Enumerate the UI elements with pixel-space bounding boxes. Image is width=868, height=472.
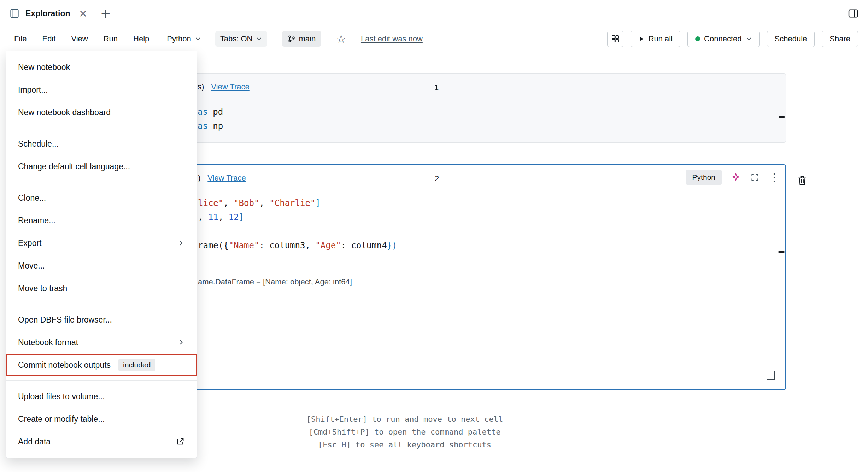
chevron-down-icon — [195, 36, 201, 42]
menu-item-notebook-format[interactable]: Notebook format — [6, 331, 197, 354]
tab-bar: Exploration × + — [0, 0, 868, 27]
close-tab-icon[interactable]: × — [79, 8, 88, 19]
file-menu: New notebookImport...New notebook dashbo… — [6, 51, 197, 458]
cell-resize-handle[interactable] — [779, 116, 785, 118]
schedule-button[interactable]: Schedule — [767, 31, 815, 47]
menu-item-add-data[interactable]: Add data — [6, 430, 197, 453]
menu-item-rename[interactable]: Rename... — [6, 209, 197, 232]
menu-divider — [6, 182, 197, 182]
menu-run[interactable]: Run — [104, 34, 118, 43]
notebook-cell-1[interactable]: s) View Trace 1 as pdas np — [177, 73, 786, 143]
menu-item-move[interactable]: Move... — [6, 254, 197, 277]
connected-status-dot — [695, 36, 700, 41]
submenu-chevron-icon — [178, 240, 185, 247]
run-all-label: Run all — [649, 34, 673, 43]
menu-item-import[interactable]: Import... — [6, 78, 197, 101]
language-selector[interactable]: Python — [167, 34, 201, 43]
menu-item-move-to-trash[interactable]: Move to trash — [6, 277, 197, 300]
notebook-icon — [9, 8, 20, 19]
delete-cell-button[interactable] — [794, 175, 810, 187]
menu-item-clone[interactable]: Clone... — [6, 187, 197, 209]
cell-duration-text: s) — [198, 82, 204, 92]
tab-title: Exploration — [25, 9, 70, 18]
code-editor[interactable]: as pdas np — [198, 105, 223, 133]
menu-item-label: Open DBFS file browser... — [18, 315, 112, 325]
notebook-toolbar: FileEditViewRunHelp Python Tabs: ON main… — [0, 27, 868, 51]
chevron-down-icon — [746, 36, 752, 42]
menu-edit[interactable]: Edit — [42, 34, 55, 43]
menu-item-label: Clone... — [18, 193, 46, 203]
notebook-cell-2[interactable]: ) View Trace 2 Python ⋮ lice", "Bob", "C… — [177, 164, 786, 390]
view-trace-link[interactable]: View Trace — [207, 173, 246, 183]
menu-divider — [6, 304, 197, 304]
cell-language-chip[interactable]: Python — [686, 170, 722, 185]
code-editor[interactable]: lice", "Bob", "Charlie"], 11, 12] rame({… — [198, 196, 397, 253]
menu-item-commit-notebook-outputs[interactable]: Commit notebook outputsincluded — [6, 354, 197, 376]
code-line: , 11, 12] — [198, 210, 397, 224]
expand-cell-icon[interactable] — [750, 172, 760, 182]
menu-item-label: New notebook dashboard — [18, 108, 111, 117]
menu-item-upload-files-to-volume[interactable]: Upload files to volume... — [6, 385, 197, 408]
toolbar-right: Run all Connected Schedule Share — [607, 31, 858, 47]
run-all-button[interactable]: Run all — [631, 31, 680, 47]
menu-item-label: Move... — [18, 261, 45, 271]
menu-item-label: Add data — [18, 437, 51, 447]
submenu-chevron-icon — [178, 339, 185, 346]
menu-item-label: Change default cell language... — [18, 162, 130, 171]
new-tab-button[interactable]: + — [98, 7, 113, 20]
code-line: as np — [198, 119, 223, 133]
execution-count: 1 — [434, 83, 439, 92]
menu-item-label: Import... — [18, 85, 48, 95]
menu-item-new-notebook[interactable]: New notebook — [6, 56, 197, 78]
menu-item-label: Notebook format — [18, 338, 78, 347]
code-line — [198, 224, 397, 238]
keyboard-hint: [Cmd+Shift+P] to open the command palett… — [306, 426, 503, 438]
code-line: rame({"Name": column3, "Age": column4}) — [198, 238, 397, 253]
assistant-sparkle-icon[interactable] — [731, 172, 741, 182]
right-panel-toggle-icon[interactable] — [848, 8, 859, 19]
menu-file[interactable]: File — [14, 34, 27, 43]
menu-item-create-or-modify-table[interactable]: Create or modify table... — [6, 408, 197, 430]
git-branch-icon — [288, 35, 295, 43]
trash-icon — [797, 175, 808, 186]
connected-label: Connected — [704, 34, 741, 43]
cell-duration-text: ) — [198, 173, 200, 183]
external-link-icon — [176, 437, 185, 446]
menu-item-label: Export — [18, 238, 41, 248]
view-trace-link[interactable]: View Trace — [211, 82, 249, 92]
menu-item-label: Commit notebook outputs — [18, 360, 111, 370]
menu-item-export[interactable]: Export — [6, 232, 197, 254]
menu-divider — [6, 380, 197, 381]
keyboard-hints: [Shift+Enter] to run and move to next ce… — [306, 413, 503, 451]
branch-name: main — [299, 34, 316, 43]
included-badge: included — [118, 359, 155, 371]
cell-controls: Python ⋮ — [686, 170, 780, 185]
menu-view[interactable]: View — [71, 34, 88, 43]
favorite-star-icon[interactable]: ☆ — [336, 34, 346, 45]
menu-item-label: Schedule... — [18, 139, 59, 149]
cell-kebab-menu-icon[interactable]: ⋮ — [769, 172, 780, 183]
cell-corner-resize-handle[interactable] — [767, 371, 775, 380]
cell-header: s) View Trace — [198, 82, 250, 92]
menu-help[interactable]: Help — [133, 34, 149, 43]
menu-item-change-default-cell-language[interactable]: Change default cell language... — [6, 155, 197, 178]
menu-item-label: Rename... — [18, 216, 55, 225]
tab-exploration[interactable]: Exploration × — [0, 0, 91, 27]
share-button[interactable]: Share — [822, 31, 858, 47]
branch-badge[interactable]: main — [282, 31, 321, 47]
menu-item-new-notebook-dashboard[interactable]: New notebook dashboard — [6, 101, 197, 124]
cell-resize-handle[interactable] — [778, 251, 785, 253]
connected-button[interactable]: Connected — [687, 31, 760, 47]
keyboard-hint: [Shift+Enter] to run and move to next ce… — [306, 413, 503, 426]
menu-item-schedule[interactable]: Schedule... — [6, 132, 197, 155]
menu-item-label: Move to trash — [18, 284, 67, 293]
tabs-toggle[interactable]: Tabs: ON — [215, 31, 268, 47]
last-edit-link[interactable]: Last edit was now — [361, 34, 423, 43]
menubar: FileEditViewRunHelp — [14, 34, 149, 43]
menu-item-open-dbfs-file-browser[interactable]: Open DBFS file browser... — [6, 308, 197, 331]
execution-count: 2 — [435, 174, 439, 183]
menu-item-label: New notebook — [18, 63, 70, 72]
menu-item-label: Create or modify table... — [18, 414, 105, 424]
cell-output: ame.DataFrame = [Name: object, Age: int6… — [198, 277, 352, 287]
view-layout-button[interactable] — [607, 31, 623, 47]
